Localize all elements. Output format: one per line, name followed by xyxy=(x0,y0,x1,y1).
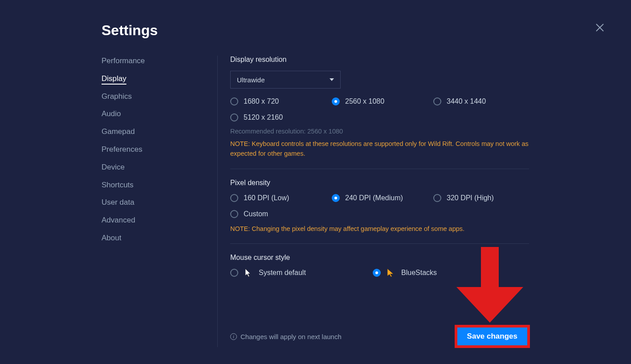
density-label: 160 DPI (Low) xyxy=(244,194,289,202)
sidebar-item-display[interactable]: Display xyxy=(102,73,191,84)
apply-hint-text: Changes will apply on next launch xyxy=(240,333,342,340)
cursor-label: BlueStacks xyxy=(401,269,437,277)
radio-icon xyxy=(230,113,238,121)
density-option[interactable]: 240 DPI (Medium) xyxy=(332,194,433,202)
svg-marker-3 xyxy=(387,269,393,277)
sidebar-item-audio[interactable]: Audio xyxy=(102,109,191,119)
cursor-label: System default xyxy=(259,269,306,277)
apply-hint: i Changes will apply on next launch xyxy=(230,333,342,340)
radio-icon xyxy=(230,97,238,105)
radio-icon xyxy=(433,97,441,105)
cursor-option[interactable]: BlueStacks xyxy=(373,269,529,277)
resolution-select-value: Ultrawide xyxy=(237,76,265,84)
resolution-option[interactable]: 3440 x 1440 xyxy=(433,97,529,105)
sidebar-item-about[interactable]: About xyxy=(102,233,191,243)
sidebar-item-device[interactable]: Device xyxy=(102,162,191,173)
density-option[interactable]: 160 DPI (Low) xyxy=(230,194,332,202)
resolution-label: 2560 x 1080 xyxy=(345,97,384,105)
sidebar-item-shortcuts[interactable]: Shortcuts xyxy=(102,180,191,190)
resolution-label: 3440 x 1440 xyxy=(447,97,486,105)
page-title: Settings xyxy=(102,22,158,39)
settings-sidebar: PerformanceDisplayGraphicsAudioGamepadPr… xyxy=(102,56,191,347)
density-option[interactable]: Custom xyxy=(230,210,332,218)
radio-icon xyxy=(373,269,381,277)
svg-marker-2 xyxy=(245,269,250,277)
chevron-down-icon xyxy=(330,78,334,81)
density-title: Pixel density xyxy=(230,179,529,187)
resolution-option[interactable]: 1680 x 720 xyxy=(230,97,332,105)
resolution-option[interactable]: 5120 x 2160 xyxy=(230,113,332,121)
sidebar-item-gamepad[interactable]: Gamepad xyxy=(102,126,191,137)
sidebar-item-user-data[interactable]: User data xyxy=(102,197,191,208)
resolution-option[interactable]: 2560 x 1080 xyxy=(332,97,433,105)
resolution-title: Display resolution xyxy=(230,56,529,64)
sidebar-item-advanced[interactable]: Advanced xyxy=(102,215,191,226)
resolution-note: NOTE: Keyboard controls at these resolut… xyxy=(230,139,529,159)
density-label: 240 DPI (Medium) xyxy=(345,194,403,202)
cursor-title: Mouse cursor style xyxy=(230,254,529,262)
bluestacks-cursor-icon xyxy=(387,269,395,277)
sidebar-item-graphics[interactable]: Graphics xyxy=(102,91,191,102)
close-icon[interactable] xyxy=(595,23,604,32)
radio-icon xyxy=(433,194,441,202)
radio-icon xyxy=(332,97,340,105)
density-option[interactable]: 320 DPI (High) xyxy=(433,194,529,202)
default-cursor-icon xyxy=(244,269,252,277)
resolution-section: Display resolution Ultrawide 1680 x 7202… xyxy=(230,56,529,169)
density-label: Custom xyxy=(244,210,268,218)
save-button[interactable]: Save changes xyxy=(456,326,529,347)
resolution-label: 1680 x 720 xyxy=(244,97,279,105)
radio-icon xyxy=(332,194,340,202)
resolution-label: 5120 x 2160 xyxy=(244,113,283,121)
settings-main: Display resolution Ultrawide 1680 x 7202… xyxy=(217,56,529,347)
sidebar-item-performance[interactable]: Performance xyxy=(102,56,191,66)
sidebar-item-preferences[interactable]: Preferences xyxy=(102,144,191,155)
radio-icon xyxy=(230,269,238,277)
cursor-option[interactable]: System default xyxy=(230,269,373,277)
radio-icon xyxy=(230,210,238,218)
radio-icon xyxy=(230,194,238,202)
resolution-select[interactable]: Ultrawide xyxy=(230,71,341,89)
resolution-hint: Recommended resolution: 2560 x 1080 xyxy=(230,128,529,135)
cursor-section: Mouse cursor style System defaultBlueSta… xyxy=(230,254,529,295)
density-note: NOTE: Changing the pixel density may aff… xyxy=(230,224,529,234)
info-icon: i xyxy=(230,333,237,340)
density-section: Pixel density 160 DPI (Low)240 DPI (Medi… xyxy=(230,179,529,244)
density-label: 320 DPI (High) xyxy=(447,194,494,202)
